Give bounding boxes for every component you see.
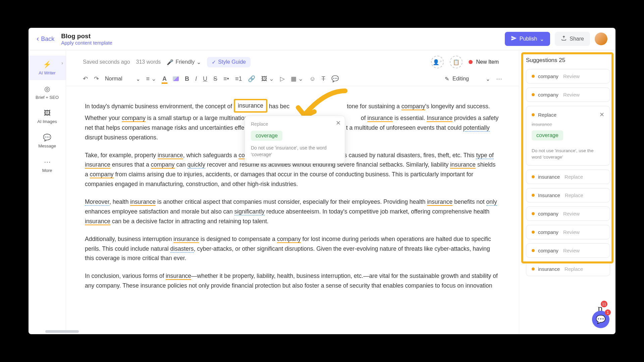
mic-icon: 🎤 (167, 59, 173, 65)
publish-button[interactable]: Publish ⌄ (505, 32, 550, 46)
suggestion-card[interactable]: company Review (526, 69, 610, 83)
chevron-down-icon: ⌄ (136, 76, 140, 82)
expanded-note: Do not use 'insurance', use the word 'co… (532, 148, 604, 161)
paragraph[interactable]: Additionally, business interruption insu… (85, 234, 500, 263)
saved-status: Saved seconds ago (83, 59, 130, 65)
check-icon: ✓ (212, 59, 216, 65)
sidebar: ⚡ AI Writer › ◎ Brief + SEO 🖼 AI Images … (29, 50, 66, 334)
sidebar-item-more[interactable]: ⋯ More (29, 153, 66, 178)
number-list-button[interactable]: ≡1 (235, 75, 242, 82)
suggestion-card[interactable]: company Review (526, 225, 610, 239)
italic-button[interactable]: I (195, 75, 197, 82)
tone-label: Friendly (175, 59, 195, 65)
striked-word: insurance (532, 122, 604, 127)
sidebar-item-ai-images[interactable]: 🖼 AI Images (29, 105, 66, 129)
status-dot-icon (532, 113, 535, 116)
suggestion-card[interactable]: company Review (526, 243, 610, 258)
sidebar-item-brief-seo[interactable]: ◎ Brief + SEO (29, 80, 66, 105)
logo-badge: 11 (601, 301, 607, 307)
highlight-button[interactable] (173, 76, 179, 81)
lightning-icon: ⚡ (43, 60, 51, 68)
upload-icon (561, 35, 567, 43)
strike-button[interactable]: S (213, 75, 217, 82)
emoji-button[interactable]: ☺ (309, 75, 315, 82)
underline-button[interactable]: U (203, 75, 207, 82)
suggestion-card[interactable]: company Review (526, 206, 610, 221)
align-button[interactable]: ≡ ⌄ (146, 75, 157, 82)
image-button[interactable]: 🖼 ⌄ (261, 75, 274, 82)
paragraph[interactable]: In conclusion, various forms of insuranc… (85, 271, 500, 291)
paragraph[interactable]: Moreover, health insurance is another cr… (85, 197, 500, 226)
clipboard-button[interactable]: 📋 (450, 56, 463, 68)
status-dot-icon (532, 194, 535, 197)
apply-template-link[interactable]: Apply content template (61, 40, 504, 46)
bold-button[interactable]: B (185, 75, 189, 82)
share-button[interactable]: Share (555, 32, 590, 46)
table-button[interactable]: ▦ ⌄ (291, 75, 303, 82)
add-collaborator-button[interactable]: 👤⁺ (431, 56, 444, 68)
replace-popup: ✕ Replace coverage Do not use 'insurance… (245, 116, 345, 164)
editing-label: Editing (452, 76, 469, 82)
add-user-icon: 👤⁺ (433, 59, 442, 65)
image-icon: 🖼 (44, 109, 51, 117)
link-button[interactable]: 🔗 (248, 75, 255, 82)
more-toolbar-button[interactable]: ⋯ (496, 75, 502, 82)
chat-fab[interactable]: 💬 1 (592, 311, 609, 328)
sidebar-item-label: Message (38, 143, 56, 148)
suggestion-card[interactable]: insurance Replace (526, 262, 610, 276)
suggestion-card[interactable]: company Review (526, 87, 610, 102)
suggestions-panel: Suggestions 25 company Review company Re… (519, 50, 615, 334)
suggestion-card-expanded[interactable]: Replace ✕ insurance coverage Do not use … (526, 106, 610, 166)
chevron-left-icon: ‹ (37, 35, 39, 43)
editor-body[interactable]: In today's dynamic business environment,… (66, 86, 519, 334)
share-label: Share (570, 36, 584, 42)
popup-note: Do not use 'insurance', use the word 'co… (251, 145, 339, 158)
new-item-label: New Item (476, 59, 499, 65)
status-dot-icon (532, 249, 535, 252)
scrollbar-thumb[interactable] (45, 330, 79, 333)
styleguide-button[interactable]: ✓ Style Guide (207, 57, 251, 67)
sidebar-item-message[interactable]: 💬 Message (29, 129, 66, 153)
chevron-down-icon: ⌄ (197, 59, 201, 65)
heading-select[interactable]: Normal ⌄ (105, 76, 140, 82)
suggestion-chip[interactable]: coverage (251, 131, 282, 141)
suggestion-card[interactable]: Insurance Replace (526, 188, 610, 202)
header-actions: Publish ⌄ Share (505, 32, 607, 46)
suggestion-card[interactable]: insurance Replace (526, 170, 610, 184)
status-dot-icon (532, 175, 535, 178)
suggestion-chip[interactable]: coverage (532, 130, 563, 140)
back-button[interactable]: ‹ Back (37, 35, 54, 43)
chevron-right-icon[interactable]: › (61, 60, 63, 66)
editing-mode-select[interactable]: ✎ Editing ⌄ (445, 76, 490, 82)
close-icon[interactable]: ✕ (599, 111, 604, 118)
pencil-icon: ✎ (445, 76, 449, 82)
sidebar-item-ai-writer[interactable]: ⚡ AI Writer › (29, 56, 66, 80)
font-color-button[interactable]: A (162, 75, 167, 82)
chat-badge: 1 (605, 309, 611, 315)
info-row: Saved seconds ago 313 words 🎤 Friendly ⌄… (66, 50, 519, 72)
play-button[interactable]: ▷ (280, 75, 285, 82)
status-dot-icon (532, 267, 535, 270)
suggestions-title: Suggestions 25 (526, 57, 610, 64)
styleguide-label: Style Guide (218, 59, 246, 65)
sidebar-item-label: Brief + SEO (36, 95, 59, 100)
avatar[interactable] (595, 33, 607, 45)
highlighted-word: insurance (234, 99, 267, 113)
comment-button[interactable]: 💬 (331, 75, 339, 82)
new-item-status[interactable]: New Item (469, 59, 499, 65)
status-dot-icon (532, 231, 535, 234)
close-icon[interactable]: ✕ (336, 119, 341, 127)
tone-select[interactable]: 🎤 Friendly ⌄ (167, 59, 201, 65)
undo-button[interactable]: ↶ (83, 75, 88, 82)
bullet-list-button[interactable]: ≡• (223, 75, 229, 82)
status-dot-icon (532, 212, 535, 215)
clear-format-button[interactable]: T (322, 75, 325, 82)
back-label: Back (41, 36, 54, 43)
redo-button[interactable]: ↷ (94, 75, 99, 82)
page-title: Blog post (61, 33, 504, 40)
main: Saved seconds ago 313 words 🎤 Friendly ⌄… (66, 50, 519, 334)
sidebar-item-label: AI Images (37, 119, 57, 124)
target-icon: ◎ (44, 85, 50, 93)
chevron-down-icon: ⌄ (486, 76, 490, 82)
chat-icon: 💬 (43, 133, 51, 141)
